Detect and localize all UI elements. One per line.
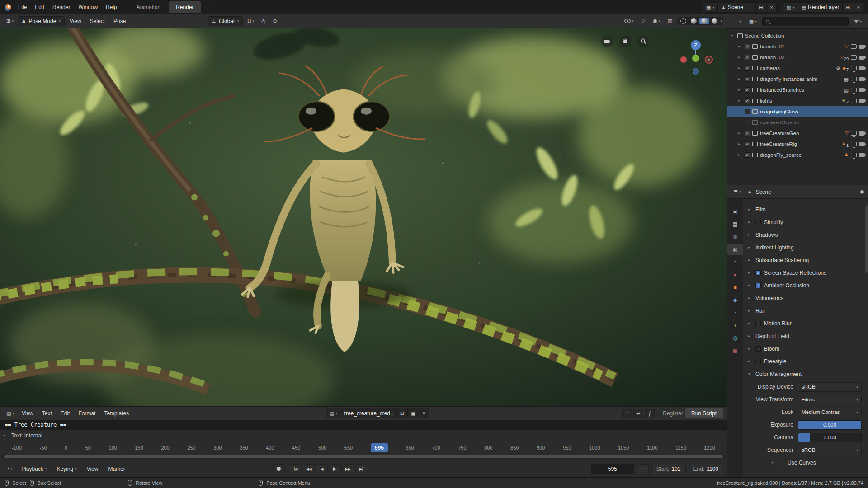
timeline-tick[interactable]: 700	[432, 445, 440, 450]
collection-checkbox[interactable]: ✓	[745, 55, 750, 60]
use-curves-row[interactable]: ▸ ✓ Use Curves	[743, 456, 868, 469]
timeline-tick[interactable]: 500	[318, 445, 326, 450]
exposure-slider[interactable]: 0.000	[798, 420, 862, 430]
timeline-tick[interactable]: 750	[458, 445, 466, 450]
play-reverse-button[interactable]: ◀	[316, 464, 328, 474]
tab-world[interactable]: ○	[727, 257, 743, 267]
timeline-tick[interactable]: 900	[537, 445, 545, 450]
line-numbers-toggle[interactable]: ≣	[622, 409, 632, 418]
menu-view[interactable]: View	[83, 465, 102, 474]
hide-viewport-icon[interactable]	[851, 99, 857, 103]
display-mode-button[interactable]: ▦▾	[746, 18, 760, 25]
panel-indirect-lighting[interactable]: ▸Indirect Lighting	[743, 241, 868, 254]
nav-gizmo[interactable]: Z X	[676, 39, 715, 78]
outliner-search[interactable]	[762, 17, 849, 26]
timeline-tick[interactable]: 450	[292, 445, 300, 450]
expand-arrow-icon[interactable]: ▸	[738, 88, 742, 92]
hide-viewport-icon[interactable]	[851, 44, 857, 49]
current-frame-field[interactable]: 595	[591, 464, 634, 474]
tab-output[interactable]: ▤	[727, 219, 743, 230]
proportional-editing-button[interactable]: ◎	[259, 17, 269, 25]
collection-checkbox[interactable]: ✓	[745, 87, 750, 93]
transform-orientation-dropdown[interactable]: ⊥Global▾	[208, 16, 243, 26]
view-transform-dropdown[interactable]: Filmic▾	[798, 395, 862, 404]
panel-simplify[interactable]: ▸✓Simplify	[743, 216, 868, 229]
panel-volumetrics[interactable]: ▸Volumetrics	[743, 292, 868, 305]
pin-icon[interactable]: ◉	[860, 189, 864, 194]
expand-arrow-icon[interactable]: ▸	[738, 142, 742, 146]
menu-help[interactable]: Help	[102, 2, 121, 12]
hide-viewport-icon[interactable]	[851, 153, 857, 157]
snap-magnet-button[interactable]: Ω▾	[245, 17, 257, 25]
editor-type-button[interactable]: ◔▾	[4, 465, 15, 473]
timeline-tick[interactable]: 950	[563, 445, 571, 450]
outliner-row-cameras[interactable]: ▸ ✓ cameras ⚙ ◆ 7	[727, 63, 868, 74]
scrollbar-thumb[interactable]	[865, 205, 868, 273]
add-workspace-button[interactable]: +	[202, 1, 214, 13]
overlays-dropdown[interactable]: ◉▾	[650, 17, 663, 25]
hide-render-icon[interactable]	[859, 88, 864, 92]
expand-arrow-icon[interactable]: ▸	[738, 77, 742, 81]
move-view-button[interactable]	[619, 35, 631, 47]
outliner-row-dragonfly-source[interactable]: ▸ ✓ dragonFly_source ♟	[727, 150, 868, 160]
renderlayer-name-field[interactable]: ▤RenderLayer	[798, 3, 843, 12]
object-visibility-dropdown[interactable]: ▾	[622, 18, 637, 24]
menu-format[interactable]: Format	[75, 409, 99, 418]
tab-render[interactable]: ▣	[727, 206, 743, 217]
collapse-arrow-icon[interactable]: ▾	[731, 34, 735, 38]
browse-renderlayer-button[interactable]: ▨▾	[783, 3, 798, 12]
menu-render[interactable]: Render	[48, 2, 74, 12]
shading-wireframe-button[interactable]	[679, 18, 688, 24]
hide-viewport-icon[interactable]	[851, 55, 857, 60]
end-frame-field[interactable]: End:1100	[689, 464, 724, 474]
panel-film[interactable]: ▸Film	[743, 203, 868, 216]
scrollbar-thumb[interactable]	[4, 455, 723, 458]
timeline-tick[interactable]: 1100	[647, 445, 658, 450]
hide-viewport-icon[interactable]	[851, 66, 857, 70]
hide-viewport-icon[interactable]	[851, 88, 857, 92]
panel-color-management[interactable]: ▾Color Management	[743, 368, 868, 380]
mode-dropdown[interactable]: ♟Pose Mode▾	[18, 16, 65, 26]
timeline-tick[interactable]: 200	[161, 445, 169, 450]
hide-render-icon[interactable]	[859, 153, 864, 157]
new-scene-button[interactable]: ⊞	[755, 3, 766, 12]
tab-constraints[interactable]: ◍	[727, 333, 743, 343]
hide-render-icon[interactable]	[859, 56, 864, 60]
auto-keying-button[interactable]	[273, 464, 285, 474]
hide-render-icon[interactable]	[859, 66, 864, 70]
menu-templates[interactable]: Templates	[100, 409, 132, 418]
hide-render-icon[interactable]	[859, 77, 864, 81]
unlink-scene-button[interactable]: ×	[766, 3, 776, 12]
bloom-checkbox[interactable]: ✓	[755, 346, 761, 352]
collection-checkbox[interactable]: ✓	[745, 141, 750, 147]
outliner-row-magnifying-glass[interactable]: ✓ magnifyingGlass	[727, 106, 868, 117]
hide-render-icon[interactable]	[859, 99, 864, 103]
use-curves-checkbox[interactable]: ✓	[779, 460, 784, 465]
xray-toggle-button[interactable]: ▥	[665, 17, 675, 25]
blender-logo-icon[interactable]	[5, 4, 11, 11]
menu-edit[interactable]: Edit	[31, 2, 48, 12]
timeline-tick[interactable]: 650	[406, 445, 414, 450]
timeline-scrollbar[interactable]	[1, 455, 726, 459]
collection-checkbox[interactable]: ✓	[745, 120, 750, 125]
expand-arrow-icon[interactable]: ▸	[4, 434, 8, 437]
timeline-tick[interactable]: 400	[266, 445, 274, 450]
menu-keying[interactable]: Keying▾	[53, 465, 80, 474]
collection-checkbox[interactable]: ✓	[745, 76, 750, 82]
gamma-slider[interactable]: 1.000	[798, 433, 862, 442]
collection-checkbox[interactable]: ✓	[745, 131, 750, 136]
tab-texture[interactable]: ▩	[727, 345, 743, 356]
gizmo-toggle-button[interactable]: ◇	[638, 17, 647, 25]
panel-freestyle[interactable]: ▸✓Freestyle	[743, 355, 868, 368]
outliner-row-tree-creature-rig[interactable]: ▸ ✓ treeCreatureRig ♟ 2	[727, 139, 868, 150]
tab-material[interactable]: ●	[727, 269, 743, 280]
editor-type-button[interactable]: ≣▾	[731, 18, 744, 25]
panel-subsurface-scattering[interactable]: ▸Subsurface Scattering	[743, 254, 868, 267]
hide-viewport-icon[interactable]	[851, 77, 857, 81]
look-dropdown[interactable]: Medium Contras▾	[798, 408, 862, 417]
menu-text[interactable]: Text	[38, 409, 56, 418]
tab-physics[interactable]: ◔	[727, 307, 743, 318]
collection-checkbox[interactable]: ✓	[745, 98, 750, 103]
menu-view[interactable]: View	[18, 409, 37, 418]
next-keyframe-button[interactable]: ▶▶	[342, 464, 354, 474]
